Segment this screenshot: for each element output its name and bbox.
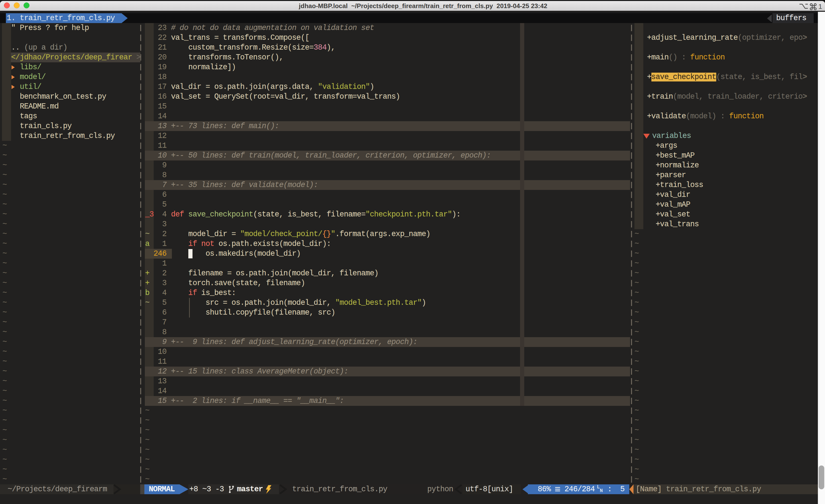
svg-text:1: 1 bbox=[818, 3, 822, 10]
